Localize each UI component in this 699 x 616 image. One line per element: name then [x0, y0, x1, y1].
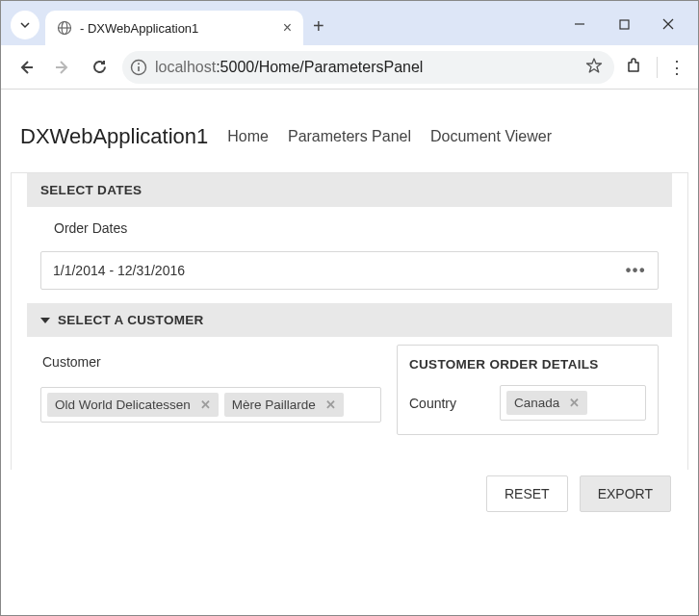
country-tagbox[interactable]: Canada ✕: [500, 385, 646, 421]
svg-rect-4: [620, 20, 629, 29]
extensions-icon[interactable]: [624, 56, 647, 79]
minimize-button[interactable]: [557, 9, 602, 39]
customer-tag: Mère Paillarde ✕: [224, 393, 344, 417]
close-window-button[interactable]: [646, 9, 690, 39]
section-title-customer: SELECT A CUSTOMER: [58, 313, 204, 327]
tab-close-button[interactable]: ×: [283, 19, 292, 37]
bookmark-icon[interactable]: [585, 57, 607, 78]
country-row: Country Canada ✕: [409, 385, 646, 421]
tab-strip: - DXWebApplication1 × +: [1, 1, 698, 45]
customer-tag: Old World Delicatessen ✕: [47, 393, 219, 417]
footer-buttons: RESET EXPORT: [11, 470, 688, 512]
site-info-icon[interactable]: [128, 57, 149, 78]
browser-menu-button[interactable]: ⋮: [667, 57, 686, 78]
section-body-dates: Order Dates 1/1/2014 - 12/31/2016 •••: [27, 207, 672, 290]
country-tag: Canada ✕: [506, 391, 587, 415]
app-title: DXWebApplication1: [20, 124, 208, 149]
maximize-button[interactable]: [602, 9, 646, 39]
tag-label: Mère Paillarde: [232, 398, 316, 412]
toolbar-divider: [657, 57, 658, 78]
reset-button[interactable]: RESET: [486, 475, 568, 512]
url-box[interactable]: localhost:5000/Home/ParametersPanel: [122, 51, 614, 84]
section-body-customer: Customer Old World Delicatessen ✕ Mère P…: [27, 337, 672, 449]
window-controls: [557, 9, 690, 39]
tag-remove-icon[interactable]: ✕: [200, 398, 211, 412]
parameters-panel: SELECT DATES Order Dates 1/1/2014 - 12/3…: [11, 172, 688, 470]
browser-tab[interactable]: - DXWebApplication1 ×: [45, 11, 303, 45]
customer-tagbox[interactable]: Old World Delicatessen ✕ Mère Paillarde …: [40, 387, 381, 423]
tag-remove-icon[interactable]: ✕: [325, 398, 336, 412]
export-button[interactable]: EXPORT: [580, 475, 671, 512]
forward-button[interactable]: [49, 54, 76, 81]
order-dates-label: Order Dates: [27, 207, 672, 245]
svg-point-11: [138, 63, 140, 64]
back-button[interactable]: [13, 54, 39, 81]
new-tab-button[interactable]: +: [313, 15, 324, 38]
order-dates-value: 1/1/2014 - 12/31/2016: [53, 263, 185, 278]
chevron-down-icon: [40, 318, 50, 323]
order-dates-input[interactable]: 1/1/2014 - 12/31/2016 •••: [40, 251, 659, 290]
tag-remove-icon[interactable]: ✕: [569, 396, 580, 410]
tag-label: Canada: [514, 396, 559, 410]
reload-button[interactable]: [86, 54, 113, 81]
details-header: CUSTOMER ORDER DETAILS: [409, 353, 646, 385]
globe-icon: [57, 20, 72, 36]
nav-parameters-panel[interactable]: Parameters Panel: [288, 128, 411, 145]
nav-home[interactable]: Home: [227, 128, 269, 145]
tag-label: Old World Delicatessen: [55, 398, 191, 412]
address-bar: localhost:5000/Home/ParametersPanel ⋮: [1, 45, 698, 90]
section-title-dates: SELECT DATES: [40, 183, 142, 197]
app-navbar: DXWebApplication1 Home Parameters Panel …: [11, 107, 688, 172]
section-header-dates: SELECT DATES: [27, 173, 672, 207]
page-content: DXWebApplication1 Home Parameters Panel …: [1, 90, 698, 615]
date-picker-icon[interactable]: •••: [626, 262, 646, 279]
customer-details-panel: CUSTOMER ORDER DETAILS Country Canada ✕: [397, 345, 659, 435]
tab-search-button[interactable]: [11, 11, 39, 39]
customer-label: Customer: [40, 345, 381, 387]
customer-column: Customer Old World Delicatessen ✕ Mère P…: [40, 345, 381, 435]
country-label: Country: [409, 396, 488, 411]
section-header-customer[interactable]: SELECT A CUSTOMER: [27, 303, 672, 337]
tab-title: - DXWebApplication1: [80, 21, 275, 36]
url-text: localhost:5000/Home/ParametersPanel: [155, 59, 580, 76]
browser-window: - DXWebApplication1 × + localhost:5000/H…: [0, 0, 699, 616]
nav-document-viewer[interactable]: Document Viewer: [430, 128, 552, 145]
